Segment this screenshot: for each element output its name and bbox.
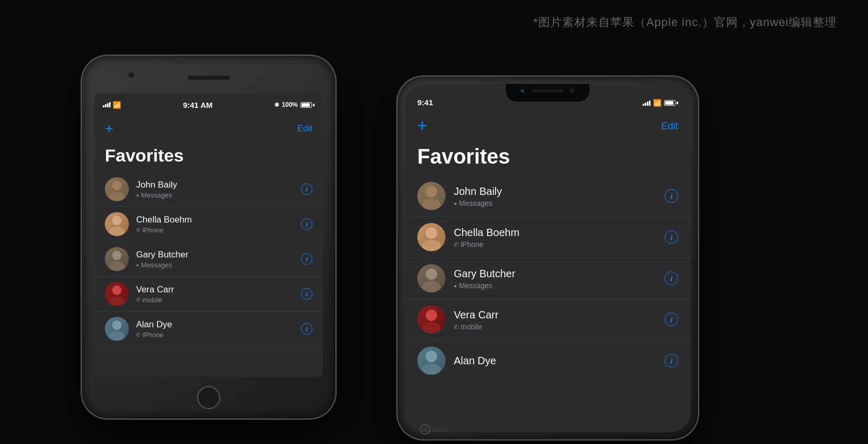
contact-info-john-1: John Baily ● Messages	[136, 179, 294, 199]
contact-info-vera-2: Vera Carr ✆ mobile	[454, 308, 656, 331]
contact-info-vera-1: Vera Carr ✆ mobile	[136, 284, 294, 304]
favorites-title-1: Favorites	[94, 141, 323, 172]
watermark: *图片素材来自苹果（Apple inc.）官网，yanwei编辑整理	[533, 15, 837, 30]
bluetooth-icon-1: ✱	[274, 102, 279, 108]
fav-header-1: + Edit	[94, 116, 323, 141]
wifi-icon-1: 📶	[113, 101, 121, 109]
avatar-chella-2	[417, 223, 445, 251]
contact-info-gary-2: Gary Butcher ● Messages	[454, 267, 656, 290]
phone-1-camera	[129, 72, 134, 78]
svg-point-5	[109, 262, 125, 271]
fav-header-2: + Edit	[405, 111, 691, 141]
favorites-title-2: Favorites	[405, 141, 691, 176]
info-button-alan-1[interactable]: i	[301, 323, 312, 335]
contact-row-alan-1[interactable]: Alan Dye ✆ iPhone i	[94, 312, 323, 347]
contact-sub-chella-2: ✆ iPhone	[454, 240, 656, 249]
favorites-app-2: + Edit Favorites John Ba	[405, 111, 691, 432]
avatar-alan-1	[105, 317, 129, 341]
add-favorite-button-1[interactable]: +	[105, 120, 113, 137]
contact-sub-john-2: ● Messages	[454, 199, 656, 207]
info-button-john-2[interactable]: i	[665, 189, 678, 203]
contact-row-alan-2[interactable]: Alan Dye i	[405, 340, 691, 381]
contact-name-john-2: John Baily	[454, 184, 656, 198]
info-button-alan-2[interactable]: i	[665, 354, 678, 367]
logo-text: UI·cn	[432, 426, 448, 434]
contact-info-chella-2: Chella Boehm ✆ iPhone	[454, 226, 656, 249]
svg-point-17	[422, 322, 441, 334]
info-button-chella-1[interactable]: i	[301, 218, 312, 230]
contact-name-vera-2: Vera Carr	[454, 308, 656, 322]
svg-point-9	[109, 331, 125, 341]
contact-name-gary-2: Gary Butcher	[454, 267, 656, 280]
add-favorite-button-2[interactable]: +	[417, 116, 427, 135]
avatar-alan-2	[417, 347, 445, 375]
info-button-gary-1[interactable]: i	[301, 253, 312, 265]
battery-pct-1: 100%	[282, 101, 298, 108]
svg-point-7	[109, 297, 125, 306]
edit-button-1[interactable]: Edit	[297, 124, 312, 134]
contact-list-2: John Baily ● Messages i	[405, 176, 691, 381]
phone-2: 9:41 📶	[396, 76, 699, 440]
contact-info-gary-1: Gary Butcher ● Messages	[136, 249, 294, 269]
svg-point-19	[422, 363, 441, 375]
svg-point-6	[112, 286, 122, 295]
avatar-john-1	[105, 177, 129, 201]
contact-row-gary-1[interactable]: Gary Butcher ● Messages i	[94, 242, 323, 277]
svg-point-3	[109, 227, 125, 236]
info-button-gary-2[interactable]: i	[665, 272, 678, 285]
contact-name-gary-1: Gary Butcher	[136, 249, 294, 261]
svg-point-10	[426, 186, 437, 198]
avatar-vera-1	[105, 282, 129, 306]
contact-row-chella-1[interactable]: Chella Boehm ✆ iPhone i	[94, 207, 323, 242]
svg-point-2	[112, 216, 122, 225]
signal-icon-2	[643, 101, 650, 106]
avatar-john-2	[417, 182, 445, 210]
phone-1: 📶 9:41 AM ✱ 100% +	[81, 55, 336, 420]
status-bar-1: 📶 9:41 AM ✱ 100%	[94, 93, 323, 116]
edit-button-2[interactable]: Edit	[661, 120, 678, 132]
status-left-1: 📶	[103, 101, 121, 109]
svg-point-0	[112, 181, 122, 190]
contact-row-chella-2[interactable]: Chella Boehm ✆ iPhone i	[405, 217, 691, 258]
contact-sub-john-1: ● Messages	[136, 191, 294, 199]
phone-1-speaker	[188, 76, 230, 80]
contact-name-john-1: John Baily	[136, 179, 294, 191]
contact-row-vera-2[interactable]: Vera Carr ✆ mobile i	[405, 299, 691, 340]
home-button-1[interactable]	[197, 386, 220, 409]
svg-point-18	[426, 351, 437, 362]
info-button-chella-2[interactable]: i	[665, 230, 678, 244]
phone-body-2: 9:41 📶	[396, 76, 699, 440]
phone-screen-1: 📶 9:41 AM ✱ 100% +	[94, 93, 323, 377]
status-right-1: ✱ 100%	[274, 101, 315, 108]
contact-name-chella-2: Chella Boehm	[454, 226, 656, 239]
time-display-2: 9:41	[417, 98, 433, 107]
info-button-vera-2[interactable]: i	[665, 313, 678, 326]
favorites-app-1: + Edit Favorites John Ba	[94, 116, 323, 377]
contact-row-vera-1[interactable]: Vera Carr ✆ mobile i	[94, 277, 323, 312]
contact-row-john-1[interactable]: John Baily ● Messages i	[94, 172, 323, 207]
contact-name-chella-1: Chella Boehm	[136, 214, 294, 226]
svg-point-12	[426, 227, 437, 239]
contact-name-vera-1: Vera Carr	[136, 284, 294, 295]
status-right-2: 📶	[643, 99, 678, 107]
contact-name-alan-2: Alan Dye	[454, 354, 656, 367]
info-button-vera-1[interactable]: i	[301, 288, 312, 300]
contact-row-john-2[interactable]: John Baily ● Messages i	[405, 176, 691, 217]
contact-info-alan-2: Alan Dye	[454, 354, 656, 367]
logo-icon: UI	[420, 424, 430, 435]
contact-info-alan-1: Alan Dye ✆ iPhone	[136, 319, 294, 339]
contact-sub-alan-1: ✆ iPhone	[136, 331, 294, 339]
time-display-1: 9:41 AM	[183, 101, 213, 109]
info-button-john-1[interactable]: i	[301, 183, 312, 195]
notch-camera	[570, 88, 575, 93]
avatar-vera-2	[417, 305, 445, 334]
phone-body-1: 📶 9:41 AM ✱ 100% +	[81, 55, 336, 420]
avatar-chella-1	[105, 212, 129, 236]
notch-dot	[521, 89, 524, 93]
svg-point-13	[422, 240, 441, 251]
contact-sub-vera-1: ✆ mobile	[136, 296, 294, 304]
svg-text:UI: UI	[423, 428, 427, 433]
avatar-gary-1	[105, 247, 129, 271]
contact-row-gary-2[interactable]: Gary Butcher ● Messages i	[405, 258, 691, 299]
svg-point-1	[109, 192, 125, 201]
